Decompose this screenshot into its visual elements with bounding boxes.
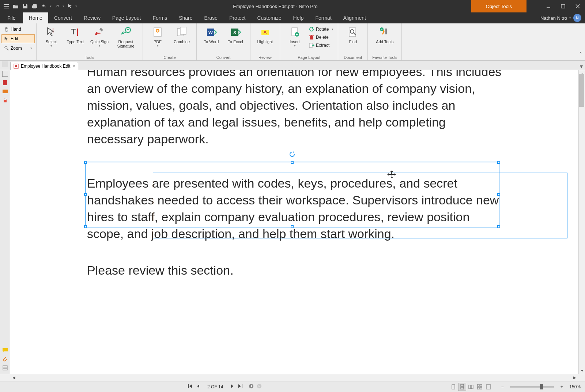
mode-group: Hand Edit Zoom▾ xyxy=(0,23,37,60)
zoom-slider-thumb[interactable] xyxy=(540,384,543,389)
edit-mode[interactable]: Edit xyxy=(1,34,35,43)
file-tab[interactable]: File xyxy=(0,12,23,23)
combine-button[interactable]: Combine xyxy=(170,24,193,44)
zoom-out-button[interactable]: − xyxy=(498,383,506,391)
select-button[interactable]: Select▾ xyxy=(39,24,63,48)
view-continuous-button[interactable] xyxy=(458,383,466,391)
paragraph-1[interactable]: Human resources provides an orientation … xyxy=(87,70,504,147)
group-document: Find Document xyxy=(338,23,368,60)
save-icon[interactable] xyxy=(21,2,29,10)
tab-convert[interactable]: Convert xyxy=(48,12,78,23)
view-facing-button[interactable] xyxy=(467,383,475,391)
tab-format[interactable]: Format xyxy=(309,12,337,23)
find-button[interactable]: Find xyxy=(341,24,365,44)
undo-dropdown[interactable]: ▾ xyxy=(50,4,52,8)
security-panel-icon[interactable] xyxy=(2,97,8,103)
hand-mode[interactable]: Hand xyxy=(1,25,35,34)
tab-alignment[interactable]: Alignment xyxy=(337,12,372,23)
to-excel-button[interactable]: XTo Excel xyxy=(224,24,247,44)
to-word-button[interactable]: WTo Word xyxy=(200,24,223,44)
open-icon[interactable] xyxy=(12,2,20,10)
group-tools: Select▾ TType Text QuickSign▾ Request Si… xyxy=(37,23,143,60)
context-tab-object-tools[interactable]: Object Tools xyxy=(471,0,526,12)
request-signature-button[interactable]: Request Signature xyxy=(112,24,140,48)
vertical-scrollbar[interactable]: ▲ ▼ xyxy=(578,70,585,374)
maximize-button[interactable] xyxy=(556,0,570,12)
scroll-left-icon[interactable]: ◀ xyxy=(10,376,18,380)
close-button[interactable] xyxy=(570,0,585,12)
delete-button[interactable]: Delete xyxy=(307,34,335,41)
rotate-button[interactable]: Rotate▾ xyxy=(307,26,335,33)
tab-protect[interactable]: Protect xyxy=(223,12,251,23)
resize-handle-n[interactable] xyxy=(291,161,294,164)
extract-button[interactable]: Extract xyxy=(307,42,335,49)
attachments-panel-icon[interactable] xyxy=(2,356,8,362)
tab-help[interactable]: Help xyxy=(287,12,310,23)
resize-handle-sw[interactable] xyxy=(84,225,87,228)
tab-home[interactable]: Home xyxy=(23,12,48,23)
view-single-button[interactable] xyxy=(449,383,457,391)
group-label-tools: Tools xyxy=(39,54,140,60)
svg-rect-57 xyxy=(471,385,473,389)
pdf-button[interactable]: ✱PDF▾ xyxy=(146,24,169,48)
tab-review[interactable]: Review xyxy=(78,12,106,23)
next-page-button[interactable] xyxy=(230,384,235,390)
page-indicator[interactable]: 2 OF 14 xyxy=(207,384,223,389)
ribbon-tabs: File Home Convert Review Page Layout For… xyxy=(0,12,585,23)
view-facing-continuous-button[interactable] xyxy=(476,383,484,391)
page-canvas[interactable]: Human resources provides an orientation … xyxy=(10,70,585,374)
bookmarks-panel-icon[interactable] xyxy=(2,80,8,86)
svg-rect-2 xyxy=(4,8,9,8)
redo-icon[interactable] xyxy=(53,2,61,10)
paragraph-3[interactable]: Please review this section. xyxy=(87,262,504,279)
panel-icon-1[interactable] xyxy=(2,61,8,67)
zoom-mode[interactable]: Zoom▾ xyxy=(1,44,35,53)
user-menu[interactable]: Nathan Nitro ▾ N xyxy=(540,12,585,23)
tab-overflow-icon[interactable]: ▾ xyxy=(578,63,585,70)
zoom-value[interactable]: 150% xyxy=(569,384,581,389)
tab-customize[interactable]: Customize xyxy=(251,12,287,23)
tab-share[interactable]: Share xyxy=(173,12,198,23)
first-page-button[interactable] xyxy=(188,384,193,390)
group-convert: WTo Word XTo Excel Convert xyxy=(197,23,250,60)
resize-handle-nw[interactable] xyxy=(84,161,87,164)
tab-erase[interactable]: Erase xyxy=(199,12,224,23)
last-page-button[interactable] xyxy=(238,384,243,390)
nav-back-button[interactable] xyxy=(249,384,254,390)
vertical-scrollbar-thumb[interactable] xyxy=(579,74,584,107)
view-fullscreen-button[interactable] xyxy=(484,383,492,391)
output-panel-icon[interactable] xyxy=(2,365,8,371)
cursor-tool-icon[interactable] xyxy=(66,2,74,10)
document-tab[interactable]: Employee Handbook Edit × xyxy=(10,62,78,70)
minimize-button[interactable] xyxy=(541,0,556,12)
resize-handle-ne[interactable] xyxy=(497,161,500,164)
comments-panel-icon[interactable] xyxy=(2,347,8,353)
svg-rect-53 xyxy=(452,385,455,389)
undo-icon[interactable] xyxy=(40,2,48,10)
insert-button[interactable]: +Insert▾ xyxy=(283,24,306,48)
close-tab-icon[interactable]: × xyxy=(72,64,75,69)
highlight-button[interactable]: AHighlight xyxy=(253,24,277,44)
zoom-slider[interactable] xyxy=(510,386,554,388)
zoom-in-button[interactable]: + xyxy=(558,383,566,391)
tab-page-layout[interactable]: Page Layout xyxy=(106,12,147,23)
scroll-right-icon[interactable]: ▶ xyxy=(571,376,578,380)
rotate-handle-icon[interactable] xyxy=(288,151,296,159)
redo-dropdown[interactable]: ▾ xyxy=(63,4,64,8)
quicksign-button[interactable]: QuickSign▾ xyxy=(88,24,111,48)
group-create: ✱PDF▾ Combine Create xyxy=(143,23,197,60)
pages-panel-icon[interactable] xyxy=(2,71,8,77)
qat-customize-dropdown[interactable]: ▾ xyxy=(75,4,77,8)
app-menu-icon[interactable] xyxy=(2,2,10,10)
resize-handle-w[interactable] xyxy=(84,193,87,196)
add-tools-button[interactable]: +Add Tools xyxy=(371,24,399,44)
print-icon[interactable] xyxy=(31,2,39,10)
type-text-button[interactable]: TType Text xyxy=(64,24,87,44)
prev-page-button[interactable] xyxy=(196,384,201,390)
horizontal-scrollbar[interactable]: ◀ ▶ xyxy=(0,374,585,381)
collapse-ribbon-icon[interactable]: ˄ xyxy=(576,23,585,60)
scroll-down-icon[interactable]: ▼ xyxy=(579,367,585,374)
tab-forms[interactable]: Forms xyxy=(147,12,173,23)
nav-forward-button[interactable] xyxy=(257,384,262,390)
layers-panel-icon[interactable] xyxy=(2,88,8,94)
